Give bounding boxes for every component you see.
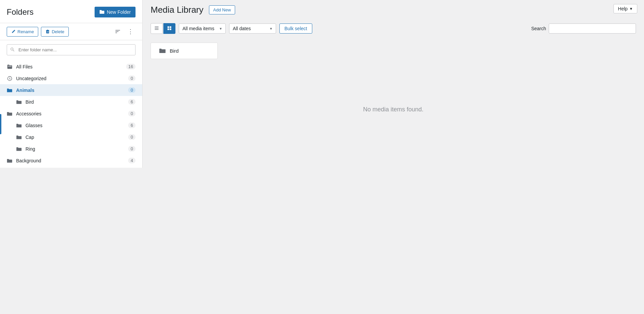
search-area: Search bbox=[531, 23, 636, 34]
no-media-message: No media items found. bbox=[151, 59, 636, 160]
add-new-button[interactable]: Add New bbox=[209, 5, 235, 14]
media-type-select[interactable]: All media items Images Videos Audio Docu… bbox=[179, 23, 226, 34]
new-folder-button[interactable]: New Folder bbox=[95, 7, 136, 17]
sidebar-item-bird[interactable]: Bird 6 bbox=[0, 96, 142, 108]
media-library-title: Media Library bbox=[151, 5, 204, 15]
background-folder-icon bbox=[7, 158, 13, 163]
ring-count: 0 bbox=[128, 146, 136, 152]
new-folder-label: New Folder bbox=[107, 9, 131, 15]
folder-list: All Files 16 Uncategorized 0 Animals 0 bbox=[0, 59, 142, 168]
bird-label: Bird bbox=[25, 99, 125, 105]
animals-count: 0 bbox=[128, 87, 136, 93]
animals-label: Animals bbox=[16, 88, 125, 93]
date-select[interactable]: All dates January 2024 February 2024 bbox=[229, 23, 276, 34]
cap-count: 0 bbox=[128, 134, 136, 140]
all-files-count: 16 bbox=[126, 64, 136, 69]
media-area: Bird No media items found. bbox=[143, 37, 644, 314]
delete-label: Delete bbox=[52, 29, 64, 34]
bird-card-icon bbox=[159, 48, 166, 54]
cap-folder-icon bbox=[16, 135, 22, 140]
glasses-label: Glasses bbox=[25, 123, 125, 128]
bird-folder-card[interactable]: Bird bbox=[151, 43, 218, 59]
ring-folder-icon bbox=[16, 146, 22, 152]
date-filter[interactable]: All dates January 2024 February 2024 bbox=[229, 23, 276, 34]
sidebar-item-accessories[interactable]: Accessories 0 bbox=[0, 108, 142, 119]
sort-button[interactable] bbox=[113, 27, 123, 36]
sidebar-item-animals[interactable]: Animals 0 bbox=[0, 84, 142, 96]
background-count: 4 bbox=[128, 158, 136, 163]
sort-icon bbox=[115, 29, 121, 35]
active-indicator bbox=[0, 114, 1, 134]
sidebar-item-cap[interactable]: Cap 0 bbox=[0, 131, 142, 143]
animals-folder-icon bbox=[7, 88, 13, 93]
list-view-icon bbox=[154, 25, 159, 31]
glasses-folder-icon bbox=[16, 123, 22, 128]
sidebar-item-all-files[interactable]: All Files 16 bbox=[0, 61, 142, 72]
main-content: Media Library Add New All media items Im… bbox=[143, 0, 644, 314]
folder-toolbar: Rename Delete ⋮ bbox=[0, 23, 142, 40]
new-folder-icon bbox=[99, 9, 105, 15]
help-label: Help bbox=[618, 6, 628, 11]
sidebar-header: Folders New Folder bbox=[0, 7, 142, 23]
folder-name-input[interactable] bbox=[7, 44, 136, 55]
filter-bar: All media items Images Videos Audio Docu… bbox=[143, 20, 644, 37]
bulk-select-button[interactable]: Bulk select bbox=[279, 23, 312, 34]
sidebar-item-background[interactable]: Background 4 bbox=[0, 155, 142, 166]
grid-view-button[interactable] bbox=[163, 23, 175, 34]
sidebar-item-uncategorized[interactable]: Uncategorized 0 bbox=[0, 72, 142, 84]
bird-card-name: Bird bbox=[170, 48, 179, 54]
sidebar-item-glasses[interactable]: Glasses 6 bbox=[0, 119, 142, 131]
no-media-text: No media items found. bbox=[363, 106, 423, 113]
ring-label: Ring bbox=[25, 146, 125, 152]
folder-search bbox=[7, 44, 136, 55]
folder-search-icon bbox=[10, 47, 15, 53]
uncategorized-count: 0 bbox=[128, 75, 136, 81]
bird-folder-icon bbox=[16, 99, 22, 105]
rename-icon bbox=[11, 29, 16, 34]
search-label: Search bbox=[531, 26, 546, 31]
cap-label: Cap bbox=[25, 135, 125, 140]
accessories-folder-icon bbox=[7, 111, 13, 116]
folders-title: Folders bbox=[7, 7, 34, 17]
main-header: Media Library Add New bbox=[143, 0, 644, 20]
rename-button[interactable]: Rename bbox=[7, 27, 38, 37]
glasses-count: 6 bbox=[128, 122, 136, 128]
all-files-icon bbox=[7, 64, 13, 69]
list-view-button[interactable] bbox=[151, 23, 163, 34]
rename-label: Rename bbox=[17, 29, 34, 34]
uncategorized-icon bbox=[7, 76, 13, 81]
grid-view-icon bbox=[167, 25, 172, 31]
view-toggle bbox=[151, 23, 175, 34]
sidebar: Folders New Folder Rename D bbox=[0, 0, 143, 168]
search-input[interactable] bbox=[549, 23, 636, 34]
background-label: Background bbox=[16, 158, 125, 163]
media-type-filter[interactable]: All media items Images Videos Audio Docu… bbox=[179, 23, 226, 34]
sidebar-item-ring[interactable]: Ring 0 bbox=[0, 143, 142, 155]
help-button[interactable]: Help ▼ bbox=[613, 4, 637, 13]
delete-button[interactable]: Delete bbox=[41, 27, 69, 37]
accessories-label: Accessories bbox=[16, 111, 125, 116]
bird-count: 6 bbox=[128, 99, 136, 105]
uncategorized-label: Uncategorized bbox=[16, 76, 125, 81]
accessories-count: 0 bbox=[128, 111, 136, 116]
more-icon: ⋮ bbox=[127, 28, 133, 35]
chevron-down-icon: ▼ bbox=[629, 7, 633, 11]
all-files-label: All Files bbox=[16, 64, 123, 69]
delete-icon bbox=[45, 29, 50, 34]
more-options-button[interactable]: ⋮ bbox=[125, 27, 136, 37]
